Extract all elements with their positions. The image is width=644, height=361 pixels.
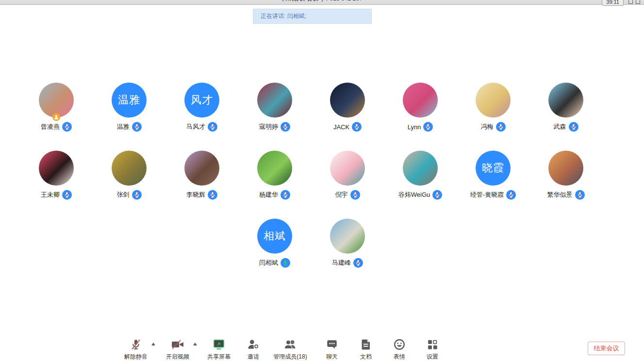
meeting-timer: 39:11 — [602, 0, 624, 6]
mic-muted-icon — [132, 190, 142, 200]
window-controls[interactable] — [628, 0, 640, 4]
toolbar-button-docs[interactable]: 文档 — [360, 338, 372, 361]
mic-muted-icon — [281, 190, 290, 200]
participant-name: 张剑 — [117, 190, 130, 199]
chat-icon — [326, 338, 338, 351]
avatar — [330, 151, 365, 186]
mic-muted-icon — [569, 122, 578, 132]
avatar: 温雅 — [112, 83, 147, 118]
mic-muted-icon — [130, 338, 142, 351]
avatar — [403, 83, 438, 118]
docs-icon — [360, 338, 372, 351]
avatar — [257, 151, 292, 186]
participant-tile[interactable]: 相斌闫相斌 — [238, 219, 311, 273]
participant-tile[interactable]: 杨建华 — [238, 151, 311, 205]
window-control-icon[interactable] — [636, 0, 640, 4]
participant-name: 王未卿 — [41, 190, 60, 199]
avatar — [257, 83, 292, 118]
caret-up-icon[interactable] — [193, 343, 197, 345]
screen-share-icon — [212, 338, 226, 351]
mic-muted-icon — [432, 190, 442, 200]
participant-name: 马风才 — [186, 122, 205, 131]
participant-name-row: JACK — [311, 122, 384, 132]
participant-tile[interactable]: 谷炜WeiGu — [384, 151, 457, 205]
participant-name-row: 李晓辉 — [165, 190, 238, 200]
window-titlebar[interactable]: 腾讯会议 会议号：925 941 267 39:11 — [0, 0, 644, 5]
participant-tile[interactable]: 风才马风才 — [165, 83, 238, 137]
invite-icon — [247, 338, 260, 351]
mic-muted-icon — [575, 190, 585, 200]
camera-off-icon — [170, 338, 185, 351]
participant-tile[interactable]: 晓霞经管-黄晓霞 — [457, 151, 529, 205]
participant-tile[interactable]: 马建峰 — [311, 219, 384, 273]
caret-up-icon[interactable] — [151, 343, 155, 345]
toolbar-button-label: 邀请 — [248, 353, 259, 361]
avatar — [403, 151, 438, 186]
participant-name-row: 闫相斌 — [238, 258, 311, 268]
toolbar-button-label: 解除静音 — [124, 353, 148, 361]
toolbar-button-label: 聊天 — [326, 353, 338, 361]
mic-muted-icon — [132, 122, 142, 132]
mic-muted-icon — [62, 190, 72, 200]
end-meeting-button[interactable]: 结束会议 — [588, 342, 625, 355]
participant-tile[interactable]: 冯梅 — [457, 83, 529, 137]
participant-tile[interactable]: 寇明婷 — [238, 83, 311, 137]
participant-tile[interactable]: 温雅温雅 — [93, 83, 165, 137]
members-icon — [283, 338, 297, 351]
avatar — [112, 151, 147, 186]
participant-name-row: 冯梅 — [457, 122, 529, 132]
avatar — [548, 83, 583, 118]
participant-name-row: 武森 — [529, 122, 602, 132]
toolbar-button-members[interactable]: 管理成员(18) — [273, 338, 307, 361]
participant-name: 武森 — [554, 122, 566, 131]
mic-muted-icon — [423, 122, 433, 132]
avatar — [39, 151, 74, 186]
participant-tile[interactable]: 张剑 — [93, 151, 165, 205]
participant-tile[interactable]: 王未卿 — [20, 151, 93, 205]
participant-name: 曾凌燕 — [41, 122, 60, 131]
participant-name: 经管-黄晓霞 — [470, 190, 504, 199]
participant-name-row: 温雅 — [93, 122, 165, 132]
toolbar-button-settings[interactable]: 设置 — [426, 338, 439, 361]
meeting-toolbar: 解除静音开启视频共享屏幕邀请管理成员(18)聊天文档表情设置 — [0, 338, 644, 361]
window-title: 腾讯会议 会议号：925 941 267 — [281, 0, 362, 3]
mic-muted-icon — [281, 122, 290, 132]
participant-name: 倪宇 — [335, 190, 348, 199]
participant-name-row: 寇明婷 — [238, 122, 311, 132]
emoji-icon — [393, 338, 406, 351]
participant-name-row: 杨建华 — [238, 190, 311, 200]
participant-name: 繁华似景 — [547, 190, 573, 199]
participant-name: Lynn — [408, 123, 421, 131]
participant-tile[interactable]: 倪宇 — [311, 151, 384, 205]
participant-name-row: 繁华似景 — [529, 190, 602, 200]
avatar — [548, 151, 583, 186]
toolbar-button-share-screen[interactable]: 共享屏幕 — [207, 338, 231, 361]
avatar — [330, 83, 365, 118]
participant-name: 马建峰 — [332, 258, 351, 267]
window-control-icon[interactable] — [628, 0, 633, 4]
participant-tile[interactable]: Lynn — [384, 83, 457, 137]
avatar — [330, 219, 365, 254]
mic-muted-icon — [62, 122, 72, 132]
toolbar-button-emoji[interactable]: 表情 — [393, 338, 406, 361]
participant-tile[interactable]: 武森 — [529, 83, 602, 137]
toolbar-button-label: 共享屏幕 — [207, 353, 231, 361]
toolbar-button-invite[interactable]: 邀请 — [247, 338, 260, 361]
toolbar-button-start-video[interactable]: 开启视频 — [166, 338, 189, 361]
toolbar-button-unmute[interactable]: 解除静音 — [124, 338, 148, 361]
participant-tile[interactable]: JACK — [311, 83, 384, 137]
toolbar-button-label: 文档 — [360, 353, 372, 361]
participant-name: 寇明婷 — [259, 122, 278, 131]
settings-icon — [426, 338, 439, 351]
participant-tile[interactable]: 李晓辉 — [165, 151, 238, 205]
participant-tile[interactable]: 曾凌燕 — [20, 83, 93, 137]
mic-muted-icon — [506, 190, 516, 200]
participant-tile[interactable]: 繁华似景 — [529, 151, 602, 205]
avatar: 晓霞 — [476, 151, 511, 186]
speaking-banner-text: 正在讲话: 闫相斌; — [261, 12, 306, 20]
avatar — [39, 83, 74, 118]
toolbar-button-label: 设置 — [427, 353, 438, 361]
toolbar-button-chat[interactable]: 聊天 — [326, 338, 338, 361]
mic-muted-icon — [496, 122, 506, 132]
participant-name: 冯梅 — [481, 122, 494, 131]
